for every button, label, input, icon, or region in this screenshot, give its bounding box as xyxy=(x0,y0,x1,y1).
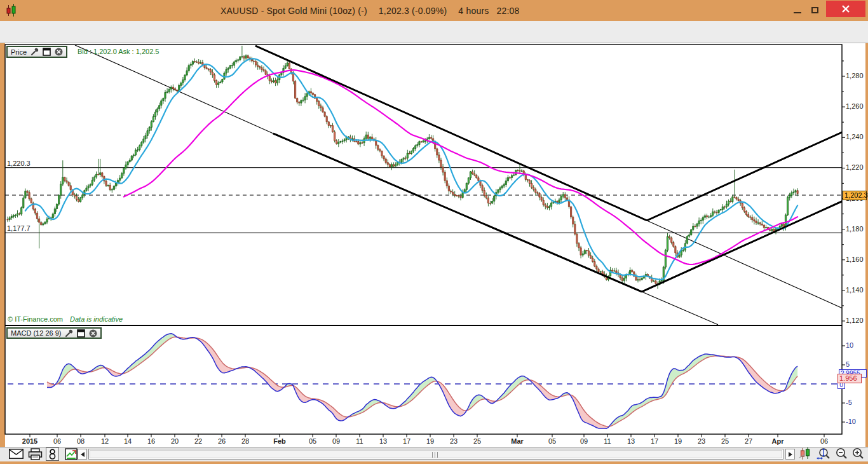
date-axis-label: 13 xyxy=(627,437,635,445)
date-axis-label: 05 xyxy=(309,437,316,445)
level-label-lower: 1,177.7 xyxy=(7,224,31,232)
macd-axis-label: 10 xyxy=(846,341,853,349)
macd-axis-label: -5 xyxy=(846,399,852,406)
date-axis-label: 22 xyxy=(194,437,202,445)
candle-zoom-button[interactable] xyxy=(799,447,812,460)
scrollbar-thumb[interactable] xyxy=(90,450,782,458)
arrow-left-icon xyxy=(81,452,85,457)
printer-icon xyxy=(28,448,43,460)
date-axis-label: 26 xyxy=(218,437,226,445)
wrench-icon[interactable] xyxy=(65,329,73,338)
title-bar[interactable]: XAUUSD - Spot Gold Mini (10oz) (-) 1,202… xyxy=(0,0,868,21)
scroll-right-button[interactable] xyxy=(785,449,795,460)
window-border-right xyxy=(865,21,868,461)
maximize-icon xyxy=(811,7,818,13)
level-label-upper: 1,220.3 xyxy=(7,160,31,167)
date-axis-label: 05 xyxy=(548,437,556,445)
date-axis-label: 06 xyxy=(53,437,61,445)
minimize-icon xyxy=(794,12,801,13)
copyright-label: © IT-Finance.com Data is indicative xyxy=(8,315,123,323)
zoom-in-button[interactable] xyxy=(851,447,865,460)
price-panel-header[interactable]: Price xyxy=(6,46,67,58)
date-axis-label: 11 xyxy=(356,437,363,445)
arrow-right-icon xyxy=(789,452,792,457)
window-title: XAUUSD - Spot Gold Mini (10oz) (-) 1,202… xyxy=(220,0,520,21)
date-axis-label: Apr xyxy=(772,437,784,445)
date-axis-label: 14 xyxy=(124,437,132,445)
wrench-icon[interactable] xyxy=(31,48,39,56)
link-charts-button[interactable] xyxy=(46,447,59,461)
date-axis-label: 13 xyxy=(379,437,387,445)
macd-panel-title: MACD (12 26 9) xyxy=(11,329,61,337)
date-axis-label: 25 xyxy=(473,437,481,445)
price-axis-label: 1,260 xyxy=(846,102,864,110)
disclaimer-text: Data is indicative xyxy=(70,315,123,323)
figure-eight-link-icon xyxy=(48,449,57,460)
zoom-fit-button[interactable] xyxy=(815,447,832,461)
thumb-grip xyxy=(432,452,433,458)
date-axis-label: 25 xyxy=(721,437,729,445)
detach-window-icon[interactable] xyxy=(77,329,85,338)
app-candlestick-icon xyxy=(6,3,18,20)
email-button[interactable] xyxy=(9,449,24,459)
date-axis-label: 16 xyxy=(147,437,155,445)
price-axis-label: 1,220 xyxy=(846,163,864,171)
date-axis-label: 12 xyxy=(101,437,109,445)
price-axis-label: 1,160 xyxy=(846,256,864,263)
title-last-price: 1,202.3 (-0.09%) xyxy=(379,6,447,16)
thumb-grip xyxy=(435,452,435,458)
top-toolbar xyxy=(0,21,868,43)
app-window: XAUUSD - Spot Gold Mini (10oz) (-) 1,202… xyxy=(0,0,868,464)
date-axis-label: 27 xyxy=(745,437,752,445)
chart-scrollbar[interactable] xyxy=(88,449,783,460)
date-axis-label: 23 xyxy=(450,437,458,445)
date-axis-label: 2015 xyxy=(22,437,37,445)
date-axis-label: 09 xyxy=(332,437,340,445)
export-chart-icon xyxy=(65,448,78,460)
macd-axis-label: -10 xyxy=(846,418,856,425)
date-axis-label: 19 xyxy=(426,437,434,445)
envelope-icon xyxy=(9,449,24,459)
price-axis-label: 1,280 xyxy=(846,72,864,79)
date-axis-label: 06 xyxy=(820,437,828,445)
date-axis-label: 09 xyxy=(580,437,588,445)
zoom-out-button[interactable] xyxy=(834,447,848,460)
bid-ask-label: Bid : 1,202.0 Ask : 1,202.5 xyxy=(78,48,159,55)
price-axis-label: 1,120 xyxy=(846,317,864,324)
last-price-box: 1,202.3 xyxy=(843,191,867,200)
scroll-left-button[interactable] xyxy=(78,449,87,460)
detach-window-icon[interactable] xyxy=(43,48,51,56)
price-axis-label: 1,180 xyxy=(846,225,864,233)
title-clock: 22:08 xyxy=(496,6,519,16)
candle-zoom-icon xyxy=(799,447,812,460)
date-axis-label: 20 xyxy=(171,437,179,445)
export-chart-button[interactable] xyxy=(65,448,78,460)
close-button[interactable] xyxy=(826,1,865,17)
date-axis-label: Mar xyxy=(511,437,524,445)
zoom-in-icon xyxy=(851,447,865,460)
date-axis-label: 23 xyxy=(698,437,705,445)
macd-axis-label: 5 xyxy=(846,360,850,368)
minimize-button[interactable] xyxy=(790,3,805,18)
title-symbol: XAUUSD - Spot Gold Mini (10oz) (-) xyxy=(220,6,367,16)
window-border-left xyxy=(0,21,5,461)
maximize-button[interactable] xyxy=(807,3,822,18)
date-axis-label: 08 xyxy=(77,437,85,445)
macd-panel-header[interactable]: MACD (12 26 9) xyxy=(6,327,102,339)
window-border-bottom xyxy=(0,461,868,464)
close-icon xyxy=(841,4,850,13)
chart-plot-area[interactable] xyxy=(5,44,842,434)
price-panel-title: Price xyxy=(11,48,27,56)
print-button[interactable] xyxy=(28,448,43,460)
date-axis-label: 17 xyxy=(403,437,410,445)
close-panel-icon[interactable] xyxy=(89,329,97,338)
zoom-out-icon xyxy=(834,447,848,460)
date-axis-label: Feb xyxy=(273,437,286,445)
zoom-fit-icon xyxy=(815,447,832,461)
date-axis-label: 17 xyxy=(651,437,658,445)
close-panel-icon[interactable] xyxy=(55,48,63,56)
title-timeframe: 4 hours xyxy=(458,6,489,16)
date-axis-label: 11 xyxy=(604,437,611,445)
thumb-grip xyxy=(437,452,438,458)
price-axis-label: 1,240 xyxy=(846,133,864,140)
